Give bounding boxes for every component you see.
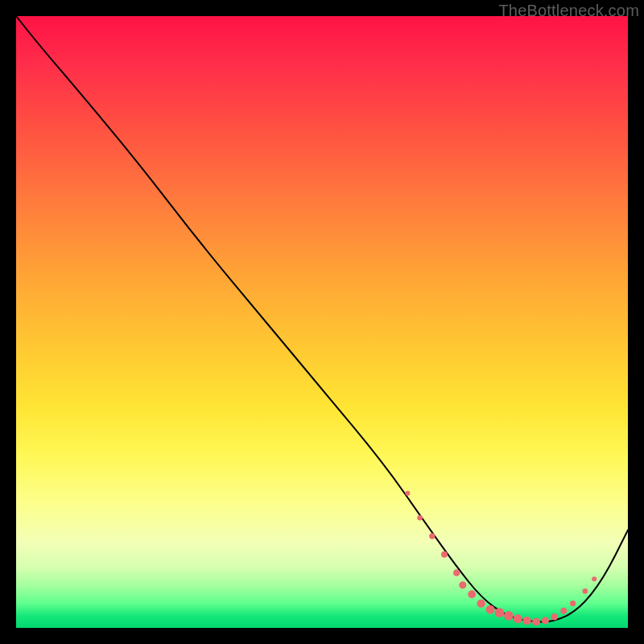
plot-area xyxy=(16,16,628,628)
trough-marker xyxy=(522,617,530,625)
trough-marker xyxy=(551,613,559,621)
trough-marker xyxy=(405,491,410,496)
trough-marker xyxy=(441,551,448,558)
trough-marker xyxy=(570,601,576,606)
trough-marker xyxy=(485,605,494,614)
trough-marker xyxy=(560,608,567,614)
trough-marker xyxy=(592,576,597,581)
trough-marker xyxy=(542,617,549,624)
trough-marker xyxy=(453,569,460,576)
trough-markers xyxy=(405,491,597,625)
trough-marker xyxy=(504,611,514,621)
curve-line xyxy=(16,16,628,621)
chart-stage: TheBottleneck.com xyxy=(0,0,644,644)
trough-marker xyxy=(417,515,423,521)
trough-marker xyxy=(495,608,505,617)
trough-marker xyxy=(459,581,466,588)
trough-marker xyxy=(514,614,522,623)
watermark-text: TheBottleneck.com xyxy=(498,2,639,20)
trough-marker xyxy=(582,588,588,594)
trough-marker xyxy=(429,533,435,539)
trough-marker xyxy=(468,590,476,598)
trough-marker xyxy=(532,618,540,626)
chart-svg xyxy=(16,16,628,628)
trough-marker xyxy=(477,599,485,607)
